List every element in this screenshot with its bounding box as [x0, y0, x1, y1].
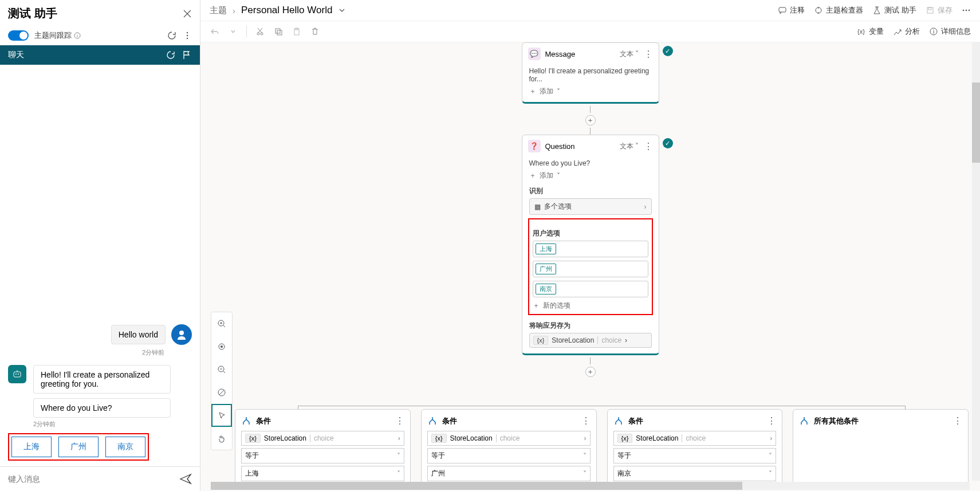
condition-variable[interactable]: {x}StoreLocationchoice›	[427, 431, 591, 446]
condition-operator[interactable]: 等于˅	[427, 448, 591, 463]
question-node-type[interactable]: 文本 ˅	[620, 142, 639, 151]
condition-operator[interactable]: 等于˅	[613, 448, 777, 463]
option-input-1[interactable]: 广州	[533, 261, 648, 277]
svg-rect-19	[277, 30, 282, 35]
send-icon[interactable]	[179, 473, 192, 485]
svg-point-8	[18, 374, 19, 375]
select-icon[interactable]	[211, 404, 232, 427]
more-header-icon[interactable]	[962, 6, 971, 15]
condition-variable[interactable]: {x}StoreLocationchoice›	[613, 431, 777, 446]
question-node-more-icon[interactable]: ⋮	[644, 141, 653, 152]
fit-icon[interactable]	[211, 335, 232, 358]
message-status-icon: ✓	[663, 46, 673, 56]
restart-icon[interactable]	[166, 50, 176, 60]
test-panel-subheader: 主题间跟踪 i	[0, 27, 200, 45]
question-status-icon: ✓	[663, 138, 673, 148]
identify-label: 识别	[529, 186, 652, 196]
message-node-type[interactable]: 文本 ˅	[620, 49, 639, 59]
condition-node-other[interactable]: 所有其他条件⋮	[793, 409, 969, 490]
svg-point-27	[221, 345, 223, 348]
breadcrumb-root[interactable]: 主题	[210, 5, 227, 16]
question-node[interactable]: ❓ Question 文本 ˅ ⋮ Where do you Live? ＋ 添…	[522, 135, 659, 355]
chat-input[interactable]	[8, 474, 179, 484]
branch-icon	[427, 416, 438, 426]
test-panel: 测试 助手 主题间跟踪 i 聊天 Hello world 2分钟前	[0, 0, 200, 491]
paste-icon[interactable]	[292, 26, 302, 37]
horizontal-scrollbar[interactable]	[211, 482, 970, 490]
cut-icon[interactable]	[255, 26, 265, 37]
pan-icon[interactable]	[211, 427, 232, 450]
topic-checker-button[interactable]: 主题检查器	[814, 5, 863, 15]
condition-node-0[interactable]: 条件⋮ {x}StoreLocationchoice› 等于˅ 上海˅	[235, 409, 411, 490]
copy-icon[interactable]	[273, 26, 284, 37]
close-icon[interactable]	[183, 9, 192, 18]
condition-value[interactable]: 南京˅	[613, 466, 777, 481]
more-icon[interactable]: ⋮	[767, 415, 776, 426]
message-node[interactable]: 💬 Message 文本 ˅ ⋮ Hello! I'll create a pe…	[522, 42, 659, 104]
condition-operator[interactable]: 等于˅	[241, 448, 404, 463]
chevron-down-icon[interactable]	[338, 6, 346, 14]
flag-icon[interactable]	[182, 50, 192, 60]
comment-button[interactable]: 注释	[778, 5, 805, 15]
message-node-more-icon[interactable]: ⋮	[644, 49, 653, 60]
svg-point-3	[187, 35, 188, 36]
breadcrumb-sep: ›	[233, 6, 235, 15]
user-avatar	[171, 324, 192, 345]
svg-rect-9	[779, 7, 786, 12]
zoom-toolbar	[211, 312, 233, 450]
undo-dropdown-icon[interactable]	[228, 26, 238, 37]
undo-icon[interactable]	[210, 26, 220, 37]
variables-button[interactable]: {x}变量	[857, 26, 884, 37]
details-button[interactable]: i详细信息	[929, 26, 971, 37]
option-input-0[interactable]: 上海	[533, 241, 648, 257]
analyze-button[interactable]: 分析	[893, 26, 920, 37]
grid-icon: ▦	[534, 203, 541, 211]
question-node-body[interactable]: Where do you Live?	[529, 159, 652, 167]
breadcrumb-current[interactable]: Personal Hello World	[241, 5, 332, 16]
authoring-canvas[interactable]: 💬 Message 文本 ˅ ⋮ Hello! I'll create a pe…	[200, 42, 980, 491]
more-icon[interactable]: ⋮	[395, 415, 404, 426]
test-assistant-button[interactable]: 测试 助手	[872, 5, 916, 15]
condition-value[interactable]: 上海˅	[241, 466, 404, 481]
variable-selector[interactable]: {x} StoreLocation choice ›	[529, 333, 652, 348]
svg-point-13	[963, 10, 965, 11]
save-button[interactable]: 保存	[926, 5, 953, 15]
message-add-button[interactable]: ＋ 添加 ˅	[529, 87, 652, 96]
message-node-body[interactable]: Hello! I'll create a personalized greeti…	[529, 67, 652, 83]
zoom-in-icon[interactable]	[211, 312, 232, 335]
more-icon[interactable]: ⋮	[953, 415, 962, 426]
svg-point-14	[966, 10, 967, 11]
option-input-2[interactable]: 南京	[533, 281, 648, 297]
condition-node-2[interactable]: 条件⋮ {x}StoreLocationchoice› 等于˅ 南京˅	[607, 409, 783, 490]
test-panel-tabs: 聊天	[0, 45, 200, 65]
condition-node-1[interactable]: 条件⋮ {x}StoreLocationchoice› 等于˅ 广州˅	[421, 409, 597, 490]
breadcrumb: 主题 › Personal Hello World 注释 主题检查器 测试 助手…	[200, 0, 980, 21]
save-as-label: 将响应另存为	[529, 321, 652, 331]
condition-value[interactable]: 广州˅	[427, 466, 591, 481]
info-icon[interactable]: i	[74, 32, 81, 39]
delete-icon[interactable]	[310, 26, 320, 37]
vertical-scrollbar[interactable]	[972, 42, 980, 481]
svg-rect-18	[275, 29, 280, 33]
new-option-button[interactable]: ＋ 新的选项	[533, 301, 648, 311]
refresh-icon[interactable]	[167, 30, 177, 41]
variable-icon: {x}	[533, 336, 549, 345]
choice-button-1[interactable]: 广州	[58, 437, 99, 457]
bot-message-2: Where do you Live?	[33, 398, 171, 418]
condition-variable[interactable]: {x}StoreLocationchoice›	[241, 431, 404, 446]
track-toggle[interactable]	[8, 30, 29, 41]
svg-point-7	[15, 374, 17, 375]
more-icon[interactable]: ⋮	[581, 415, 591, 426]
choice-button-2[interactable]: 南京	[105, 437, 145, 457]
add-node-button-1[interactable]: ＋	[585, 115, 596, 125]
main-area: 主题 › Personal Hello World 注释 主题检查器 测试 助手…	[200, 0, 980, 491]
question-add-button[interactable]: ＋ 添加 ˅	[529, 171, 652, 180]
add-node-button-2[interactable]: ＋	[585, 367, 596, 377]
more-icon[interactable]	[183, 31, 192, 40]
test-panel-title: 测试 助手	[8, 6, 57, 21]
minimap-icon[interactable]	[211, 381, 232, 404]
tab-chat[interactable]: 聊天	[8, 50, 24, 60]
choice-button-0[interactable]: 上海	[11, 437, 52, 457]
zoom-out-icon[interactable]	[211, 358, 232, 381]
identify-selector[interactable]: ▦ 多个选项 ›	[529, 198, 652, 215]
